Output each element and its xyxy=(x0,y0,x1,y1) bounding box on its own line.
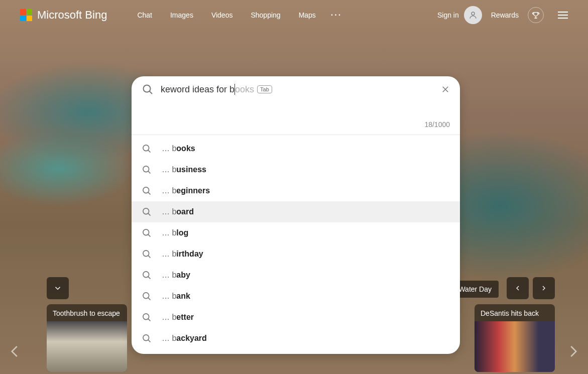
svg-line-6 xyxy=(148,150,151,153)
suggestion-text: … board xyxy=(162,207,194,216)
search-icon xyxy=(142,249,152,259)
search-input-row[interactable]: keword ideas for books Tab xyxy=(132,76,460,100)
search-icon xyxy=(142,144,152,154)
svg-point-11 xyxy=(143,208,149,214)
suggestion-item[interactable]: … backyard xyxy=(132,328,460,349)
header-right: Sign in Rewards xyxy=(437,6,568,24)
suggestion-text: … blog xyxy=(162,228,188,237)
suggestion-item[interactable]: … bank xyxy=(132,286,460,307)
svg-line-2 xyxy=(150,91,153,94)
svg-line-16 xyxy=(148,256,151,258)
hamburger-menu-icon[interactable] xyxy=(558,12,568,19)
tab-hint-chip: Tab xyxy=(257,85,272,93)
search-panel: keword ideas for books Tab 18/1000 … boo… xyxy=(132,76,460,354)
svg-point-23 xyxy=(143,335,149,341)
search-icon xyxy=(142,165,152,175)
svg-point-5 xyxy=(143,145,149,151)
nav-maps[interactable]: Maps xyxy=(299,11,316,19)
svg-point-0 xyxy=(472,12,475,15)
nav-videos[interactable]: Videos xyxy=(211,11,233,19)
trending-card-desantis[interactable]: DeSantis hits back xyxy=(475,304,555,372)
suggestion-text: … baby xyxy=(162,271,190,280)
suggestion-item[interactable]: … baby xyxy=(132,265,460,286)
trending-card-image xyxy=(47,321,127,372)
search-icon xyxy=(142,312,152,322)
search-icon xyxy=(142,207,152,217)
suggestion-text: … business xyxy=(162,165,206,174)
suggestions-list: … books… business… beginners… board… blo… xyxy=(132,135,460,354)
suggestion-text: … backyard xyxy=(162,334,207,343)
svg-line-10 xyxy=(148,192,151,195)
suggestion-item[interactable]: … books xyxy=(132,138,460,159)
svg-line-22 xyxy=(148,319,151,321)
search-ghost-text: ooks xyxy=(235,84,254,95)
trending-card-image xyxy=(475,321,555,372)
rewards-link[interactable]: Rewards xyxy=(491,11,519,19)
suggestion-item[interactable]: … business xyxy=(132,159,460,180)
suggestion-item[interactable]: … better xyxy=(132,307,460,328)
svg-point-1 xyxy=(144,85,151,92)
suggestion-item[interactable]: … blog xyxy=(132,222,460,243)
nav-chat[interactable]: Chat xyxy=(137,11,152,19)
svg-point-19 xyxy=(143,293,149,299)
svg-line-8 xyxy=(148,171,151,174)
suggestion-text: … beginners xyxy=(162,186,210,195)
char-count: 18/1000 xyxy=(132,100,460,135)
search-icon xyxy=(142,228,152,238)
search-icon xyxy=(142,291,152,301)
svg-line-18 xyxy=(148,277,151,279)
svg-line-14 xyxy=(148,234,151,237)
header: Microsoft Bing Chat Images Videos Shoppi… xyxy=(0,0,588,30)
svg-point-15 xyxy=(143,251,149,257)
svg-point-21 xyxy=(143,314,149,320)
signin-label: Sign in xyxy=(437,11,459,19)
clear-search-icon[interactable] xyxy=(441,85,450,94)
trending-card-title: Toothbrush to escape xyxy=(47,304,127,321)
brand-text: Microsoft Bing xyxy=(37,9,107,22)
logo-group[interactable]: Microsoft Bing xyxy=(20,9,107,22)
search-icon xyxy=(142,333,152,343)
search-input[interactable]: keword ideas for books Tab xyxy=(161,84,434,95)
nav-links: Chat Images Videos Shopping Maps xyxy=(137,11,315,19)
rewards-trophy-icon[interactable] xyxy=(528,7,544,23)
suggestion-item[interactable]: … board xyxy=(132,201,460,222)
trending-prev-button[interactable] xyxy=(507,277,529,299)
svg-point-7 xyxy=(143,166,149,172)
svg-point-13 xyxy=(143,229,149,235)
suggestion-text: … birthday xyxy=(162,250,203,259)
carousel-next-icon[interactable] xyxy=(563,336,583,366)
microsoft-logo-icon xyxy=(20,9,32,21)
suggestion-text: … books xyxy=(162,144,195,153)
suggestion-item[interactable]: … beginners xyxy=(132,180,460,201)
avatar-icon xyxy=(464,6,482,24)
nav-images[interactable]: Images xyxy=(170,11,193,19)
search-icon xyxy=(142,83,154,95)
nav-shopping[interactable]: Shopping xyxy=(251,11,280,19)
suggestion-text: … better xyxy=(162,313,194,322)
svg-line-20 xyxy=(148,298,151,300)
search-icon xyxy=(142,186,152,196)
suggestion-text: … bank xyxy=(162,292,190,301)
search-typed-text: keword ideas for b xyxy=(161,84,234,95)
suggestion-item[interactable]: … birthday xyxy=(132,243,460,265)
svg-point-17 xyxy=(143,272,149,278)
svg-line-12 xyxy=(148,213,151,216)
signin-button[interactable]: Sign in xyxy=(437,6,482,24)
search-icon xyxy=(142,270,152,280)
carousel-prev-icon[interactable] xyxy=(5,336,25,366)
nav-more-icon[interactable]: ··· xyxy=(331,11,342,20)
trending-next-button[interactable] xyxy=(533,277,555,299)
trending-card-toothbrush[interactable]: Toothbrush to escape xyxy=(47,304,127,372)
svg-point-9 xyxy=(143,187,149,193)
trending-card-title: DeSantis hits back xyxy=(475,304,555,321)
svg-line-24 xyxy=(148,340,151,342)
collapse-trending-button[interactable] xyxy=(47,277,69,299)
